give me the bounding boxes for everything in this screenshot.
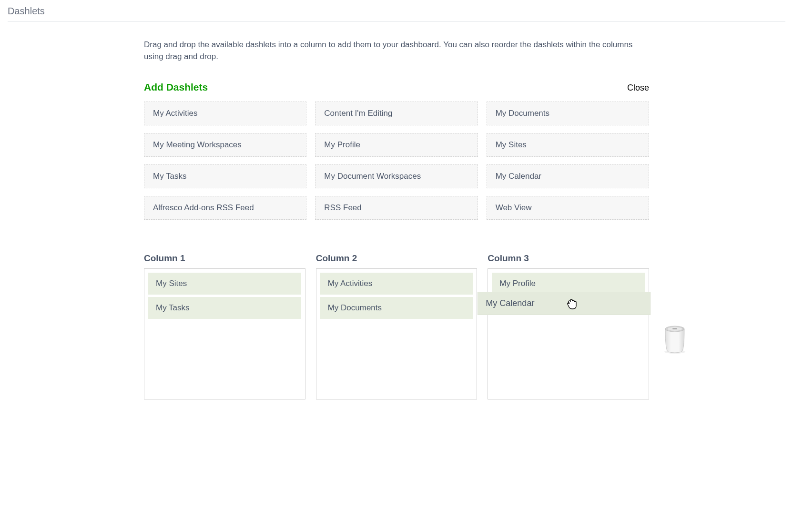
column-dropzone[interactable]: My Profile My Calendar [488, 268, 649, 399]
content-area: Drag and drop the available dashlets int… [144, 22, 649, 419]
page-title: Dashlets [0, 0, 793, 21]
column-dashlet[interactable]: My Sites [148, 273, 301, 295]
column-dashlet[interactable]: My Documents [320, 297, 473, 319]
available-dashlet[interactable]: My Tasks [144, 164, 306, 188]
column-dropzone[interactable]: My Activities My Documents [316, 268, 478, 399]
column-title: Column 1 [144, 253, 305, 264]
column-title: Column 3 [488, 253, 649, 264]
available-dashlet[interactable]: My Profile [315, 133, 478, 157]
add-dashlets-header: Add Dashlets Close [144, 82, 649, 93]
description-text: Drag and drop the available dashlets int… [144, 39, 649, 62]
available-dashlet[interactable]: My Calendar [487, 164, 649, 188]
available-dashlet[interactable]: My Documents [487, 102, 649, 125]
close-button[interactable]: Close [627, 83, 649, 93]
add-dashlets-title: Add Dashlets [144, 82, 208, 93]
available-dashlet[interactable]: My Activities [144, 102, 306, 125]
column-dashlet[interactable]: My Activities [320, 273, 473, 295]
trash-icon[interactable] [662, 324, 687, 357]
available-dashlet[interactable]: Web View [487, 196, 649, 220]
dragging-dashlet[interactable]: My Calendar [478, 292, 651, 315]
column-2: Column 2 My Activities My Documents [316, 253, 478, 399]
available-dashlets-grid: My Activities Content I'm Editing My Doc… [144, 102, 649, 220]
available-dashlet[interactable]: RSS Feed [315, 196, 478, 220]
svg-rect-3 [672, 328, 677, 329]
available-dashlet[interactable]: My Document Workspaces [315, 164, 478, 188]
column-dropzone[interactable]: My Sites My Tasks [144, 268, 305, 399]
column-3: Column 3 My Profile My Calendar [488, 253, 649, 399]
available-dashlet[interactable]: Alfresco Add-ons RSS Feed [144, 196, 306, 220]
available-dashlet[interactable]: Content I'm Editing [315, 102, 478, 125]
available-dashlet[interactable]: My Meeting Workspaces [144, 133, 306, 157]
column-1: Column 1 My Sites My Tasks [144, 253, 305, 399]
columns-row: Column 1 My Sites My Tasks Column 2 My A… [144, 253, 649, 399]
available-dashlet[interactable]: My Sites [487, 133, 649, 157]
column-title: Column 2 [316, 253, 478, 264]
column-dashlet[interactable]: My Tasks [148, 297, 301, 319]
